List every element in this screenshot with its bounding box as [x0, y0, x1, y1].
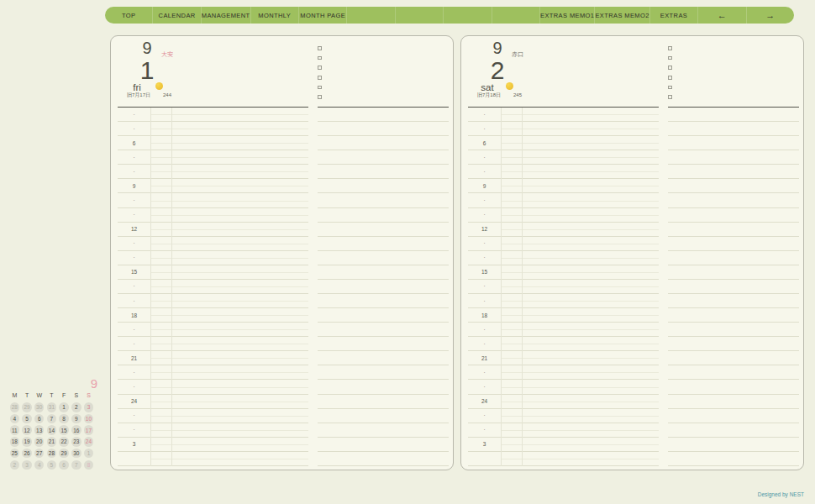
note-line[interactable]	[668, 280, 799, 294]
note-line[interactable]	[318, 409, 449, 423]
note-line[interactable]	[318, 150, 449, 165]
calendar-day[interactable]: 2	[10, 460, 20, 470]
todo-checkbox[interactable]	[318, 76, 322, 80]
calendar-day[interactable]: 7	[47, 414, 57, 424]
todo-checkbox[interactable]	[668, 95, 672, 99]
note-line[interactable]	[318, 179, 449, 193]
time-slot-row[interactable]: 9	[468, 179, 659, 193]
time-slot-row[interactable]: ·	[468, 237, 659, 251]
calendar-day[interactable]: 3	[84, 402, 94, 412]
note-line[interactable]	[318, 280, 449, 294]
time-slot-row[interactable]: 12	[468, 223, 659, 237]
todo-checkbox[interactable]	[668, 46, 672, 50]
note-line[interactable]	[668, 452, 799, 466]
time-slot-row[interactable]: ·	[118, 323, 308, 337]
time-slot-row[interactable]: ·	[118, 280, 308, 294]
time-slot-row[interactable]: ·	[468, 108, 659, 122]
note-line[interactable]	[318, 223, 449, 237]
note-line[interactable]	[668, 165, 799, 179]
time-slot-row[interactable]: ·	[468, 150, 659, 165]
note-line[interactable]	[668, 409, 799, 423]
time-slot-row[interactable]: ·	[468, 165, 659, 179]
note-line[interactable]	[318, 294, 449, 308]
time-slot-row[interactable]: ·	[468, 365, 659, 380]
time-slot-row[interactable]: 9	[118, 179, 308, 193]
calendar-day[interactable]: 9	[71, 414, 82, 424]
note-line[interactable]	[318, 308, 449, 323]
time-slot-row[interactable]: ·	[468, 294, 659, 308]
note-line[interactable]	[318, 452, 449, 466]
note-line[interactable]	[318, 108, 449, 122]
calendar-day[interactable]: 13	[34, 425, 45, 435]
note-line[interactable]	[668, 323, 799, 337]
time-slot-row[interactable]: ·	[468, 423, 659, 438]
calendar-day[interactable]: 27	[34, 449, 45, 459]
calendar-day[interactable]: 14	[47, 425, 57, 435]
note-line[interactable]	[318, 351, 449, 365]
calendar-day[interactable]: 8	[59, 414, 69, 424]
note-line[interactable]	[318, 237, 449, 251]
calendar-day[interactable]: 3	[22, 460, 32, 470]
nav-arrow-next[interactable]: →	[747, 7, 794, 24]
time-slot-row[interactable]: 3	[468, 438, 659, 452]
note-line[interactable]	[668, 365, 799, 380]
calendar-day[interactable]: 8	[84, 460, 94, 470]
note-line[interactable]	[668, 351, 799, 365]
calendar-day[interactable]: 20	[34, 437, 45, 447]
note-line[interactable]	[318, 423, 449, 438]
time-slot-row[interactable]	[468, 452, 659, 466]
calendar-day[interactable]: 6	[59, 460, 69, 470]
todo-checkbox[interactable]	[668, 76, 672, 80]
time-slot-row[interactable]: ·	[118, 208, 308, 223]
time-slot-row[interactable]: 21	[118, 351, 308, 365]
nav-item-extras[interactable]: EXTRAS	[650, 7, 698, 24]
calendar-day[interactable]: 6	[34, 414, 45, 424]
todo-checkbox[interactable]	[318, 66, 322, 70]
calendar-day[interactable]: 10	[84, 414, 94, 424]
calendar-day[interactable]: 21	[47, 437, 57, 447]
note-line[interactable]	[318, 337, 449, 351]
note-line[interactable]	[318, 380, 449, 394]
note-line[interactable]	[668, 423, 799, 438]
calendar-day[interactable]: 5	[22, 414, 32, 424]
todo-checkbox[interactable]	[318, 86, 322, 90]
time-slot-row[interactable]: ·	[118, 150, 308, 165]
calendar-day[interactable]: 24	[84, 437, 94, 447]
calendar-day[interactable]: 15	[59, 425, 69, 435]
time-slot-row[interactable]: ·	[118, 409, 308, 423]
nav-item-extras-memo2[interactable]: EXTRAS MEMO2	[595, 7, 649, 24]
time-slot-row[interactable]: ·	[468, 380, 659, 394]
nav-item-monthly[interactable]: MONTHLY	[251, 7, 299, 24]
note-line[interactable]	[668, 108, 799, 122]
calendar-day[interactable]: 4	[34, 460, 45, 470]
note-line[interactable]	[668, 150, 799, 165]
calendar-day[interactable]: 31	[47, 402, 57, 412]
calendar-day[interactable]: 4	[10, 414, 20, 424]
note-line[interactable]	[318, 365, 449, 380]
time-slot-row[interactable]: 3	[118, 438, 308, 452]
calendar-day[interactable]: 25	[10, 449, 20, 459]
note-line[interactable]	[318, 193, 449, 207]
time-slot-row[interactable]: ·	[468, 122, 659, 136]
calendar-day[interactable]: 29	[59, 449, 69, 459]
note-line[interactable]	[668, 251, 799, 265]
note-line[interactable]	[668, 237, 799, 251]
note-line[interactable]	[668, 380, 799, 394]
calendar-day[interactable]: 16	[71, 425, 82, 435]
time-slot-row[interactable]: 18	[118, 308, 308, 323]
calendar-day[interactable]: 30	[71, 449, 82, 459]
time-slot-row[interactable]: ·	[118, 122, 308, 136]
note-line[interactable]	[668, 122, 799, 136]
time-slot-row[interactable]: ·	[468, 208, 659, 223]
note-line[interactable]	[318, 395, 449, 409]
calendar-day[interactable]: 17	[84, 425, 94, 435]
calendar-day[interactable]: 18	[10, 437, 20, 447]
time-slot-row[interactable]: ·	[468, 337, 659, 351]
nav-arrow-previous[interactable]: ←	[698, 7, 746, 24]
time-slot-row[interactable]: ·	[468, 193, 659, 207]
time-slot-row[interactable]: ·	[468, 280, 659, 294]
time-slot-row[interactable]: ·	[118, 251, 308, 265]
nav-item-extras-memo1[interactable]: EXTRAS MEMO1	[540, 7, 595, 24]
time-slot-row[interactable]: 24	[118, 395, 308, 409]
time-slot-row[interactable]: ·	[118, 165, 308, 179]
